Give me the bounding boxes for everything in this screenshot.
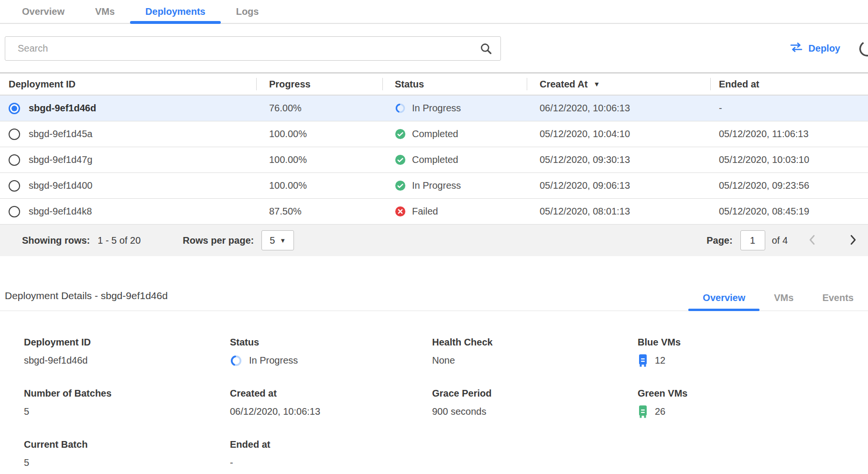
created-at-cell: 05/12/2020, 10:04:10 (527, 129, 710, 140)
field-value: 900 seconds (432, 406, 486, 417)
row-radio[interactable] (9, 206, 20, 217)
column-header-progress[interactable]: Progress (256, 74, 382, 95)
field-green-vms: Green VMs 26 (638, 388, 868, 418)
field-label: Deployment ID (24, 337, 230, 348)
field-label: Created at (230, 388, 432, 399)
rows-per-page-label: Rows per page: (183, 235, 254, 246)
page-total: of 4 (772, 235, 788, 246)
details-header: Deployment Details - sbgd-9ef1d46d Overv… (0, 282, 868, 311)
status-cell: Failed (412, 206, 438, 217)
spinner-icon (395, 103, 406, 114)
deployment-id-cell: sbgd-9ef1d400 (29, 180, 92, 191)
field-status: Status In Progress (230, 337, 432, 367)
rows-per-page-select[interactable]: 5 ▼ (261, 230, 294, 250)
main-tab-bar: Overview VMs Deployments Logs (0, 0, 868, 24)
ended-at-cell: 05/12/2020, 08:45:19 (710, 206, 868, 217)
sort-desc-icon[interactable]: ▼ (593, 80, 600, 88)
field-value: sbgd-9ef1d46d (24, 355, 87, 366)
tab-overview[interactable]: Overview (7, 0, 80, 23)
page-label: Page: (706, 235, 732, 246)
field-deployment-id: Deployment ID sbgd-9ef1d46d (24, 337, 230, 367)
field-ended-at: Ended at - (230, 439, 432, 469)
status-cell: Completed (412, 154, 458, 165)
column-header-label: Status (395, 79, 424, 90)
progress-cell: 87.50% (256, 206, 382, 217)
created-at-cell: 05/12/2020, 08:01:13 (527, 206, 710, 217)
field-label: Current Batch (24, 439, 230, 450)
column-header-ended-at[interactable]: Ended at (710, 74, 868, 95)
created-at-cell: 05/12/2020, 09:06:13 (527, 180, 710, 191)
table-row[interactable]: sbgd-9ef1d4k8 87.50% Failed 05/12/2020, … (0, 199, 868, 225)
status-cell: Completed (412, 129, 458, 140)
ended-at-cell: 05/12/2020, 11:06:13 (710, 129, 868, 140)
previous-page-button[interactable] (806, 232, 818, 249)
field-label: Status (230, 337, 432, 348)
deployment-id-cell: sbgd-9ef1d46d (29, 103, 96, 114)
row-radio[interactable] (9, 129, 20, 140)
vm-blue-icon (638, 354, 648, 367)
deploy-button-label: Deploy (808, 43, 840, 54)
details-title: Deployment Details - sbgd-9ef1d46d (5, 290, 168, 311)
search-icon (479, 42, 492, 57)
search-box (5, 36, 501, 61)
field-created-at: Created at 06/12/2020, 10:06:13 (230, 388, 432, 418)
table-header-row: Deployment ID Progress Status Created At… (0, 72, 868, 96)
tab-deployments[interactable]: Deployments (130, 0, 221, 23)
spinner-icon (230, 355, 242, 367)
field-grace-period: Grace Period 900 seconds (432, 388, 638, 418)
ended-at-cell: 05/12/2020, 09:23:56 (710, 180, 868, 191)
status-cell: In Progress (412, 103, 461, 114)
column-header-deployment-id[interactable]: Deployment ID (0, 74, 256, 95)
column-header-label: Created At (540, 79, 587, 90)
table-row[interactable]: sbgd-9ef1d47g 100.00% Completed 05/12/20… (0, 147, 868, 173)
field-number-of-batches: Number of Batches 5 (24, 388, 230, 418)
check-circle-icon (395, 129, 406, 140)
field-value: 26 (655, 406, 665, 417)
table-row[interactable]: sbgd-9ef1d45a 100.00% Completed 05/12/20… (0, 121, 868, 147)
details-tab-vms[interactable]: VMs (760, 287, 808, 311)
field-value: 5 (24, 406, 29, 417)
column-header-status[interactable]: Status (382, 74, 527, 95)
field-label: Number of Batches (24, 388, 230, 399)
tab-logs[interactable]: Logs (221, 0, 274, 23)
column-header-created-at[interactable]: Created At ▼ (527, 74, 710, 95)
deployment-id-cell: sbgd-9ef1d47g (29, 154, 92, 165)
column-header-label: Progress (269, 79, 311, 90)
column-header-label: Deployment ID (9, 79, 76, 90)
refresh-icon[interactable] (858, 40, 868, 59)
search-input[interactable] (5, 36, 501, 61)
deploy-button[interactable]: Deploy (790, 43, 840, 54)
field-value: None (432, 355, 455, 366)
tab-vms[interactable]: VMs (80, 0, 130, 23)
showing-rows-value: 1 - 5 of 20 (98, 235, 141, 246)
next-page-button[interactable] (847, 232, 859, 249)
showing-rows-label: Showing rows: (22, 235, 90, 246)
field-label: Ended at (230, 439, 432, 450)
ended-at-cell: 05/12/2020, 10:03:10 (710, 154, 868, 165)
field-value: 12 (655, 355, 665, 366)
progress-cell: 100.00% (256, 154, 382, 165)
field-value: 5 (24, 457, 29, 468)
field-value: In Progress (249, 355, 298, 366)
row-radio-selected[interactable] (9, 103, 20, 114)
ended-at-cell: - (710, 103, 868, 114)
dropdown-caret-icon: ▼ (280, 237, 286, 244)
row-radio[interactable] (9, 180, 20, 192)
details-grid: Deployment ID sbgd-9ef1d46d Status In Pr… (0, 311, 868, 469)
progress-cell: 100.00% (256, 180, 382, 191)
created-at-cell: 05/12/2020, 09:30:13 (527, 154, 710, 165)
rows-per-page-value: 5 (270, 235, 275, 246)
toolbar: Deploy (0, 36, 868, 61)
table-row[interactable]: sbgd-9ef1d46d 76.00% In Progress 06/12/2… (0, 96, 868, 121)
field-label: Grace Period (432, 388, 638, 399)
progress-cell: 100.00% (256, 129, 382, 140)
swap-arrows-icon (790, 43, 803, 54)
table-row[interactable]: sbgd-9ef1d400 100.00% In Progress 05/12/… (0, 173, 868, 199)
details-tab-events[interactable]: Events (808, 287, 868, 311)
row-radio[interactable] (9, 154, 20, 166)
details-tab-overview[interactable]: Overview (688, 287, 760, 311)
check-circle-icon (395, 180, 406, 191)
page-number-input[interactable] (740, 230, 765, 250)
field-label: Green VMs (638, 388, 868, 399)
x-circle-icon (395, 206, 406, 217)
